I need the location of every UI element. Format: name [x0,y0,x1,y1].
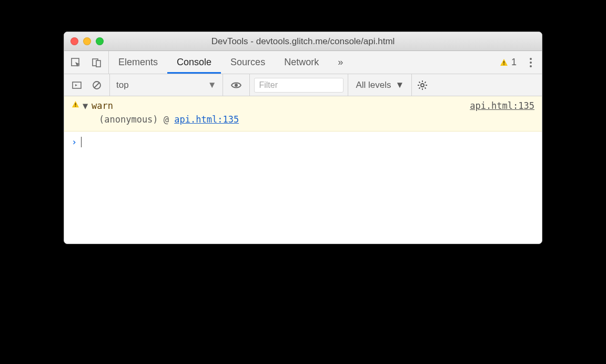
show-console-sidebar-icon[interactable] [69,78,84,93]
zoom-window-button[interactable] [96,37,104,45]
kebab-dot-icon [530,65,532,67]
message-header-row: ▼ warn api.html:135 [72,100,534,111]
svg-line-7 [94,83,99,88]
svg-line-16 [419,87,420,88]
more-tabs-button[interactable]: » [328,51,352,74]
svg-rect-2 [96,60,100,67]
tab-network[interactable]: Network [275,51,328,74]
window-controls [64,37,104,45]
stack-frame-label: (anonymous) @ [99,114,174,125]
filter-input[interactable] [254,78,344,93]
eye-icon [230,79,242,91]
issues-warning-badge[interactable]: 1 [500,57,517,68]
svg-point-8 [235,84,238,87]
context-label: top [116,80,129,90]
svg-line-15 [425,87,426,88]
disclosure-triangle-icon[interactable]: ▼ [81,100,89,111]
titlebar: DevTools - devtools.glitch.me/console/ap… [64,32,542,51]
console-prompt[interactable]: › [64,132,542,153]
toolbar-leading-group [64,74,110,96]
more-options-button[interactable] [524,56,538,69]
panel-tabs: Elements Console Sources Network » [109,51,352,74]
close-window-button[interactable] [70,37,78,45]
svg-rect-3 [503,61,504,64]
tab-elements[interactable]: Elements [109,51,167,74]
warning-triangle-icon [500,58,508,67]
chevron-right-icon: › [72,137,77,147]
chevron-down-icon: ▼ [208,80,217,90]
inspect-element-icon[interactable] [68,55,83,70]
execution-context-selector[interactable]: top ▼ [110,74,223,96]
chevron-double-right-icon: » [338,57,343,68]
live-expression-button[interactable] [223,74,250,96]
svg-rect-19 [75,106,76,107]
kebab-dot-icon [530,58,532,60]
filter-group [250,74,348,96]
message-source-link[interactable]: api.html:135 [470,100,534,111]
svg-line-14 [419,82,420,83]
svg-line-17 [425,82,426,83]
message-text: warn [89,100,113,111]
stack-trace-row: (anonymous) @ api.html:135 [72,111,534,125]
window-title: DevTools - devtools.glitch.me/console/ap… [64,36,542,47]
tabbar-leading [64,51,109,74]
console-settings-button[interactable] [412,74,433,96]
gear-icon [417,80,428,90]
main-tabbar: Elements Console Sources Network » 1 [64,51,542,74]
svg-rect-18 [75,103,76,106]
tabbar-trailing: 1 [500,51,542,74]
devtools-window: DevTools - devtools.glitch.me/console/ap… [64,32,542,244]
warning-triangle-icon [72,100,81,108]
svg-rect-4 [503,64,504,65]
minimize-window-button[interactable] [83,37,91,45]
tab-console[interactable]: Console [167,51,221,74]
levels-label: All levels [356,80,391,90]
tab-sources[interactable]: Sources [221,51,275,74]
text-caret [81,137,82,147]
log-levels-selector[interactable]: All levels ▼ [348,74,412,96]
chevron-down-icon: ▼ [396,80,405,90]
console-messages: ▼ warn api.html:135 (anonymous) @ api.ht… [64,96,542,244]
stack-frame-link[interactable]: api.html:135 [174,114,239,125]
warning-count: 1 [511,57,517,68]
device-toolbar-icon[interactable] [89,55,104,70]
kebab-dot-icon [530,62,532,64]
console-toolbar: top ▼ All levels ▼ [64,74,542,96]
svg-point-9 [421,84,424,87]
console-warning-message: ▼ warn api.html:135 (anonymous) @ api.ht… [64,96,542,132]
clear-console-icon[interactable] [89,78,104,93]
